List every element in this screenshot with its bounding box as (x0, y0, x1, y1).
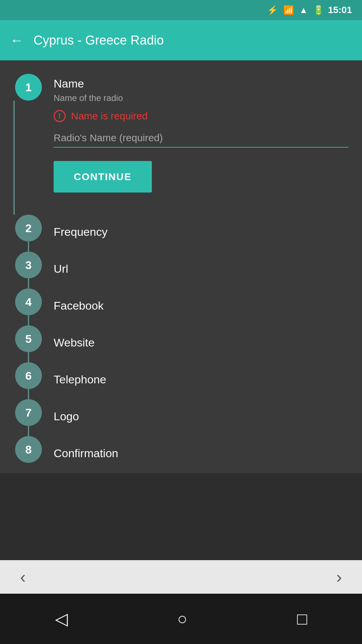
nav-forward-button[interactable]: › (336, 567, 342, 587)
step-5-left: 5 (13, 325, 44, 362)
step-3-line (28, 278, 29, 288)
step-1-left: 1 (13, 74, 44, 215)
step-4-left: 4 (13, 288, 44, 325)
step-5-content: Website (44, 325, 349, 362)
system-nav: ◁ ○ □ (0, 594, 362, 644)
status-bar: ⚡ 📶 ▲ 🔋 15:01 (0, 0, 362, 20)
step-1-label: Name (54, 77, 349, 90)
app-bar: ← Cyprus - Greece Radio (0, 20, 362, 60)
step-7-container: 7 Logo (13, 399, 349, 436)
status-icons: ⚡ 📶 ▲ 🔋 (267, 5, 324, 15)
step-2-number: 2 (25, 222, 32, 235)
step-8-content: Confirmation (44, 436, 349, 473)
step-5-circle: 5 (15, 325, 42, 352)
step-2-label: Frequency (54, 225, 108, 238)
step-2-container: 2 Frequency (13, 215, 349, 252)
step-3-label: Url (54, 262, 68, 275)
step-3-content: Url (44, 252, 349, 288)
step-7-content: Logo (44, 399, 349, 436)
step-4-label: Facebook (54, 299, 104, 312)
main-content: 1 Name Name of the radio ! Name is requi… (0, 60, 362, 473)
step-6-number: 6 (25, 369, 32, 382)
system-home-icon[interactable]: ○ (177, 609, 187, 629)
step-8-label: Confirmation (54, 447, 118, 460)
step-7-left: 7 (13, 399, 44, 436)
step-1-sublabel: Name of the radio (54, 93, 349, 103)
battery-icon: 🔋 (313, 5, 324, 15)
step-1-number: 1 (25, 81, 32, 94)
step-2-circle: 2 (15, 215, 42, 241)
step-1-line (13, 101, 15, 215)
system-back-icon[interactable]: ◁ (55, 609, 68, 629)
step-2-line (28, 241, 29, 252)
step-1-container: 1 Name Name of the radio ! Name is requi… (13, 74, 349, 215)
step-7-circle: 7 (15, 399, 42, 426)
step-3-left: 3 (13, 252, 44, 288)
bluetooth-icon: ⚡ (267, 5, 278, 15)
step-2-content: Frequency (44, 215, 349, 252)
step-2-left: 2 (13, 215, 44, 252)
step-7-label: Logo (54, 410, 79, 423)
step-6-line (28, 389, 29, 399)
step-5-label: Website (54, 336, 95, 349)
step-1-circle: 1 (15, 74, 42, 101)
error-text: Name is required (71, 110, 147, 122)
step-4-number: 4 (25, 296, 32, 309)
step-8-number: 8 (25, 443, 32, 456)
radio-name-input[interactable] (54, 129, 349, 148)
step-8-circle: 8 (15, 436, 42, 463)
step-5-line (28, 352, 29, 362)
wifi-icon: ▲ (299, 5, 308, 15)
step-8-left: 8 (13, 436, 44, 473)
step-8-container: 8 Confirmation (13, 436, 349, 473)
step-1-content: Name Name of the radio ! Name is require… (44, 74, 349, 213)
step-6-container: 6 Telephone (13, 362, 349, 399)
step-4-circle: 4 (15, 288, 42, 315)
status-time: 15:01 (328, 5, 352, 15)
step-3-container: 3 Url (13, 252, 349, 288)
error-icon: ! (54, 110, 66, 122)
signal-icon: 📶 (283, 5, 294, 15)
nav-back-button[interactable]: ‹ (20, 567, 26, 587)
app-title: Cyprus - Greece Radio (34, 33, 164, 48)
error-message: ! Name is required (54, 110, 349, 122)
continue-button[interactable]: CONTINUE (54, 161, 152, 193)
step-6-content: Telephone (44, 362, 349, 399)
system-recent-icon[interactable]: □ (297, 609, 307, 629)
step-4-line (28, 315, 29, 325)
step-7-line (28, 426, 29, 436)
step-3-circle: 3 (15, 252, 42, 278)
step-6-left: 6 (13, 362, 44, 399)
step-5-number: 5 (25, 332, 32, 345)
bottom-nav: ‹ › (0, 560, 362, 594)
step-7-number: 7 (25, 406, 32, 419)
step-4-content: Facebook (44, 288, 349, 325)
step-4-container: 4 Facebook (13, 288, 349, 325)
step-6-label: Telephone (54, 373, 106, 386)
step-5-container: 5 Website (13, 325, 349, 362)
step-3-number: 3 (25, 259, 32, 272)
step-6-circle: 6 (15, 362, 42, 389)
back-button[interactable]: ← (10, 33, 23, 48)
